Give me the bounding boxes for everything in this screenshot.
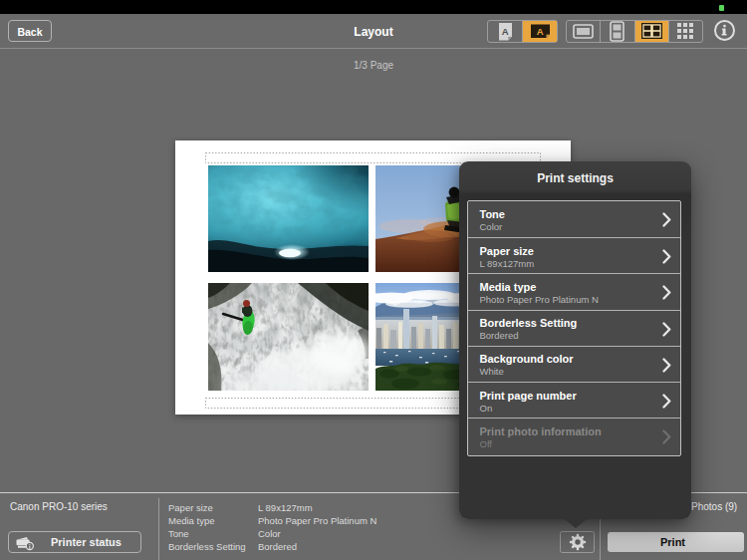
svg-text:A: A xyxy=(501,26,508,37)
svg-text:A: A xyxy=(536,26,543,37)
